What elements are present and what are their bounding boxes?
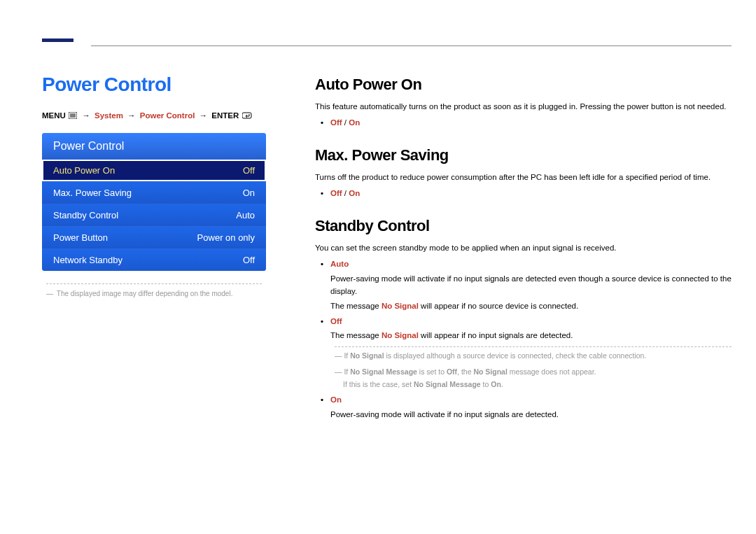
menu-row-auto-power-on[interactable]: Auto Power On Off [42, 160, 266, 181]
menu-row-value: Off [243, 255, 255, 265]
page-accent-bar [42, 38, 74, 42]
menu-row-power-button[interactable]: Power Button Power on only [42, 226, 266, 248]
menu-row-value: On [243, 188, 255, 198]
menu-row-label: Max. Power Saving [53, 188, 132, 198]
enter-icon [242, 112, 252, 120]
menu-panel-header: Power Control [42, 133, 266, 160]
option-off-on: Off / On [330, 117, 732, 129]
note-no-signal-message-line2: If this is the case, set No Signal Messa… [343, 379, 732, 390]
menu-row-max-power-saving[interactable]: Max. Power Saving On [42, 181, 266, 204]
option-off-on: Off / On [330, 188, 732, 200]
breadcrumb-power-control: Power Control [140, 111, 195, 120]
breadcrumb-enter: ENTER [211, 111, 239, 120]
breadcrumb: MENU → System → Power Control → ENTER [42, 111, 266, 120]
menu-row-value: Auto [236, 210, 255, 220]
section-desc: Turns off the product to reduce power co… [315, 171, 732, 183]
breadcrumb-system: System [94, 111, 123, 120]
section-desc: This feature automatically turns on the … [315, 101, 732, 113]
note-no-signal-message: If No Signal Message is set to Off, the … [335, 366, 732, 377]
menu-row-label: Power Button [53, 232, 108, 243]
section-title-auto-power-on: Auto Power On [315, 76, 732, 94]
note-cable: If No Signal is displayed although a sou… [335, 346, 732, 361]
menu-row-label: Standby Control [53, 210, 118, 220]
option-off: Off The message No Signal will appear if… [330, 316, 732, 390]
option-auto-desc1: Power-saving mode will activate if no in… [330, 273, 732, 298]
menu-row-network-standby[interactable]: Network Standby Off [42, 248, 266, 271]
breadcrumb-menu: MENU [42, 111, 66, 120]
footnote-text: The displayed image may differ depending… [46, 290, 266, 297]
option-on: On Power-saving mode will activate if no… [330, 394, 732, 421]
option-auto: Auto Power-saving mode will activate if … [330, 258, 732, 312]
menu-panel: Power Control Auto Power On Off Max. Pow… [42, 133, 266, 271]
section-title-standby-control: Standby Control [315, 217, 732, 235]
menu-row-standby-control[interactable]: Standby Control Auto [42, 204, 266, 226]
section-desc: You can set the screen standby mode to b… [315, 242, 732, 254]
option-on-desc: Power-saving mode will activate if no in… [330, 409, 732, 421]
page-title: Power Control [42, 73, 266, 96]
page-top-rule [91, 45, 732, 46]
menu-row-value: Power on only [197, 232, 255, 243]
footnote-separator [46, 283, 262, 284]
option-off-desc: The message No Signal will appear if no … [330, 330, 732, 342]
section-title-max-power-saving: Max. Power Saving [315, 146, 732, 164]
option-auto-desc2: The message No Signal will appear if no … [330, 300, 732, 313]
menu-row-value: Off [243, 165, 255, 176]
menu-row-label: Auto Power On [53, 165, 115, 176]
menu-icon [69, 112, 77, 120]
menu-row-label: Network Standby [53, 255, 122, 265]
